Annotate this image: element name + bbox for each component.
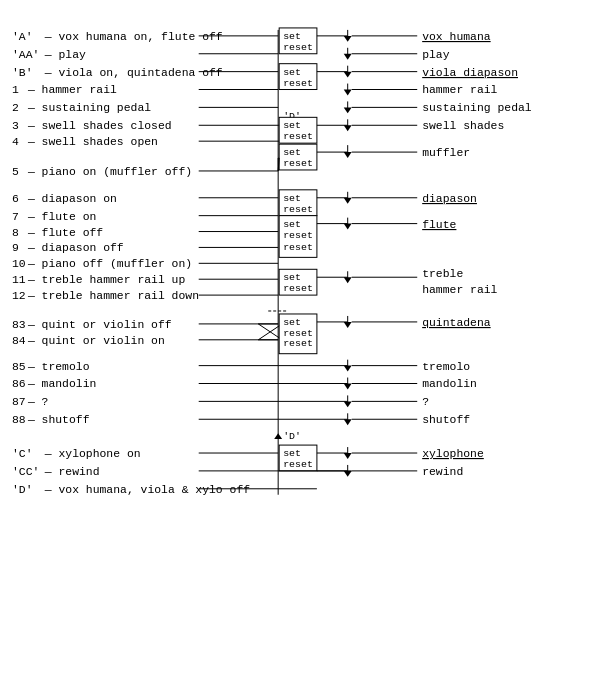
desc-CC: — rewind — [44, 465, 100, 478]
arr-treble — [344, 277, 352, 283]
sr-set-B: set — [283, 67, 301, 78]
cross-83-diag — [258, 324, 279, 338]
sr-set-C: set — [283, 448, 301, 459]
diagram-svg: text { font-family: 'Courier New', Couri… — [10, 18, 596, 654]
key-84: 84 — [12, 334, 26, 347]
rlabel-88: shutoff — [422, 413, 470, 426]
desc-3: — swell shades closed — [27, 119, 172, 132]
arr-2 — [344, 107, 352, 113]
d-marker-top: 'D' — [283, 111, 301, 122]
desc-88: — shutoff — [27, 413, 90, 426]
desc-9: — diapason off — [27, 241, 124, 254]
desc-A: — vox humana on, flute off — [44, 30, 223, 43]
key-4: 4 — [12, 135, 19, 148]
sr-reset-muffler: reset — [283, 158, 313, 169]
sr-reset-6: reset — [283, 204, 313, 215]
desc-B: — viola on, quintadena off — [44, 66, 223, 79]
key-85: 85 — [12, 360, 26, 373]
sr-box-789 — [279, 216, 317, 258]
sr-reset-A: reset — [283, 42, 313, 53]
sr-set-A: set — [283, 31, 301, 42]
arr-C — [344, 453, 352, 459]
arr-quint — [344, 322, 352, 328]
key-C: 'C' — [12, 447, 33, 460]
desc-7: — flute on — [27, 210, 96, 223]
sr-set-34: set — [283, 120, 301, 131]
key-86: 86 — [12, 377, 26, 390]
key-6: 6 — [12, 192, 19, 205]
sr-box-A — [279, 28, 317, 54]
key-12: 12 — [12, 289, 26, 302]
sr-set-11: set — [283, 272, 301, 283]
arr-A — [344, 36, 352, 42]
sr-box-1112 — [279, 269, 317, 295]
rlabel-A: vox humana — [422, 30, 491, 43]
arr-85 — [344, 366, 352, 372]
sr-reset-84: reset — [283, 338, 313, 349]
desc-83: — quint or violin off — [27, 318, 172, 331]
desc-85: — tremolo — [27, 360, 90, 373]
sr-box-C — [279, 445, 317, 471]
cross-84-diag — [258, 326, 279, 340]
sr-reset-34: reset — [283, 131, 313, 142]
desc-1: — hammer rail — [27, 83, 117, 96]
key-CC: 'CC' — [12, 465, 39, 478]
desc-4: — swell shades open — [27, 135, 158, 148]
sr-box-B — [279, 64, 317, 90]
sr-reset-C: reset — [283, 459, 313, 470]
arr-87 — [344, 401, 352, 407]
arr-86 — [344, 384, 352, 390]
key-A: 'A' — [12, 30, 33, 43]
desc-10: — piano off (muffler on) — [27, 257, 192, 270]
rlabel-C: xylophone — [422, 447, 484, 460]
sr-set-muffler: set — [283, 147, 301, 158]
page: text { font-family: 'Courier New', Couri… — [0, 0, 606, 679]
sr-reset-9: reset — [283, 242, 313, 253]
desc-87: — ? — [27, 395, 49, 408]
key-D: 'D' — [12, 483, 33, 496]
key-5: 5 — [12, 165, 19, 178]
rlabel-85: tremolo — [422, 360, 470, 373]
desc-2: — sustaining pedal — [27, 101, 151, 114]
key-7: 7 — [12, 210, 19, 223]
desc-5: — piano on (muffler off) — [27, 165, 192, 178]
desc-8: — flute off — [27, 226, 103, 239]
rlabel-sw: swell shades — [422, 119, 504, 132]
arr-flute — [344, 224, 352, 230]
desc-AA: — play — [44, 48, 86, 61]
desc-12: — treble hammer rail down — [27, 289, 199, 302]
key-10: 10 — [12, 257, 26, 270]
sr-reset-83: reset — [283, 328, 313, 339]
sr-box-6 — [279, 190, 317, 216]
sr-set-7: set — [283, 219, 301, 230]
key-8: 8 — [12, 226, 19, 239]
desc-86: — mandolin — [27, 377, 96, 390]
arr-muffler — [344, 152, 352, 158]
sr-set-6: set — [283, 193, 301, 204]
rlabel-treble1: treble — [422, 267, 463, 280]
key-87: 87 — [12, 395, 26, 408]
rlabel-CC: rewind — [422, 465, 463, 478]
d-marker-C: 'D' — [283, 431, 301, 442]
desc-C: — xylophone on — [44, 447, 141, 460]
arr-diap — [344, 198, 352, 204]
rlabel-treble2: hammer rail — [422, 283, 497, 296]
rlabel-flute: flute — [422, 218, 456, 231]
sr-reset-12: reset — [283, 283, 313, 294]
sr-set-83: set — [283, 317, 301, 328]
rlabel-muf: muffler — [422, 146, 470, 159]
rlabel-AA: play — [422, 48, 450, 61]
rlabel-diap: diapason — [422, 192, 477, 205]
desc-D: — vox humana, viola & xylo off — [44, 483, 251, 496]
desc-11: — treble hammer rail up — [27, 273, 186, 286]
rlabel-87: ? — [422, 395, 429, 408]
key-88: 88 — [12, 413, 26, 426]
arr-B — [344, 72, 352, 78]
rlabel-2: sustaining pedal — [422, 101, 532, 114]
key-9: 9 — [12, 241, 19, 254]
rlabel-1: hammer rail — [422, 83, 497, 96]
key-11: 11 — [12, 273, 26, 286]
sr-box-34 — [279, 117, 317, 143]
sr-reset-7: reset — [283, 230, 313, 241]
arr-88 — [344, 419, 352, 425]
